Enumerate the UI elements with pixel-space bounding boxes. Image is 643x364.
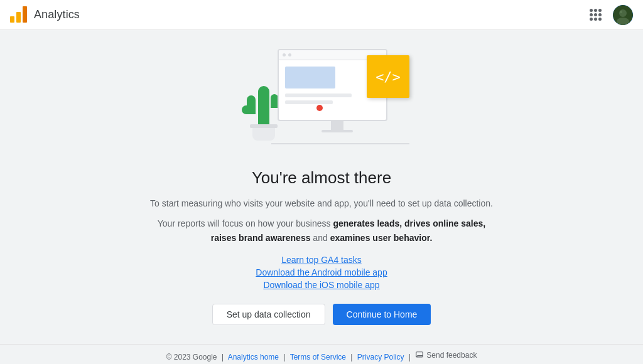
feedback-link[interactable]: Send feedback (415, 351, 477, 360)
svg-point-5 (617, 18, 629, 25)
footer-sep-3: | (350, 353, 352, 361)
cactus-main (258, 86, 269, 127)
browser-dot-1 (283, 53, 286, 56)
screen-line-2 (285, 100, 333, 104)
header: Analytics (0, 0, 643, 30)
monitor-stand (331, 121, 343, 130)
svg-rect-1 (16, 12, 21, 23)
svg-rect-0 (10, 16, 14, 23)
android-app-link[interactable]: Download the Android mobile app (256, 267, 387, 277)
text-section: You're almost there To start measuring w… (146, 168, 497, 338)
links-section: Learn top GA4 tasks Download the Android… (146, 255, 497, 290)
learn-ga4-link[interactable]: Learn top GA4 tasks (281, 255, 362, 265)
app-title: Analytics (34, 8, 80, 21)
cactus-illustration (252, 86, 275, 141)
analytics-home-link[interactable]: Analytics home (228, 353, 281, 361)
header-left: Analytics (10, 8, 80, 23)
screen-line-1 (285, 94, 352, 97)
google-apps-button[interactable] (583, 3, 608, 28)
screen-blue-block (285, 67, 335, 88)
copyright: © 2023 Google (166, 353, 217, 361)
action-buttons: Set up data collection Continue to Home (146, 304, 497, 325)
focus-bold-2: examines user behavior. (330, 233, 433, 243)
grid-dots-icon (590, 9, 602, 21)
svg-rect-2 (23, 6, 27, 23)
analytics-logo (10, 8, 28, 23)
ios-app-link[interactable]: Download the iOS mobile app (263, 280, 379, 290)
sub-text: To start measuring who visits your websi… (146, 196, 497, 210)
continue-home-button[interactable]: Continue to Home (333, 304, 431, 325)
cactus-pot (252, 127, 275, 141)
setup-data-button[interactable]: Set up data collection (212, 304, 325, 325)
focus-text: Your reports will focus on how your busi… (146, 217, 497, 245)
code-brackets-icon: </> (376, 69, 401, 85)
monitor-base (322, 130, 353, 132)
main-heading: You're almost there (146, 168, 497, 188)
footer-sep-1: | (222, 353, 224, 361)
monitor-baseline (271, 143, 409, 144)
illustration: </> (234, 43, 409, 156)
focus-prefix: Your reports will focus on how your busi… (158, 218, 333, 228)
user-avatar[interactable] (613, 5, 633, 25)
footer-sep-2: | (283, 353, 285, 361)
browser-dot-2 (288, 53, 291, 56)
footer: © 2023 Google | Analytics home | Terms o… (0, 344, 643, 364)
sticky-note-illustration: </> (367, 55, 409, 98)
screen-red-dot (316, 105, 323, 111)
terms-link[interactable]: Terms of Service (290, 353, 349, 361)
main-content: </> You're almost there To start measuri… (0, 30, 643, 344)
footer-sep-4: | (409, 353, 411, 361)
svg-point-4 (619, 9, 627, 17)
feedback-icon (415, 351, 424, 360)
privacy-link[interactable]: Privacy Policy (357, 353, 406, 361)
svg-point-6 (620, 11, 622, 13)
cactus-arm-left (247, 95, 256, 114)
header-right (583, 3, 633, 28)
focus-suffix: and (310, 233, 330, 243)
